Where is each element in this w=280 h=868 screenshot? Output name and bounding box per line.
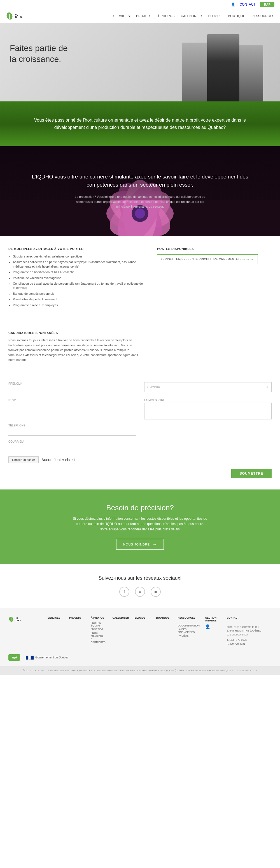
contact-link[interactable]: CONTACT xyxy=(240,2,256,6)
courriel-group: COURRIEL* xyxy=(8,440,136,452)
hero-heading: Faites partie de la croissance. xyxy=(10,42,68,64)
greenery-text: Vous êtes passionné de l'horticulture or… xyxy=(23,117,257,131)
cta-text: Si vous désirez plus d'information conce… xyxy=(73,516,207,532)
telephone-input[interactable] xyxy=(8,428,136,436)
prenom-label: PRÉNOM* xyxy=(8,382,136,385)
footer-contact-col: CONTACT 3030, RUE SICOTTE, E-101 SAINT-H… xyxy=(227,616,272,646)
footer-nav-projets-title: PROJETS xyxy=(69,616,85,619)
footer-link[interactable]: / AIDES FINANCIÈRES xyxy=(178,628,200,633)
main-navigation: IQ DHO SERVICES PROJETS À PROPOS CALENDR… xyxy=(0,9,280,23)
hero-section: Faites partie de la croissance. xyxy=(0,23,280,101)
footer-nav-blogue-title: BLOGUE xyxy=(134,616,150,619)
footer-contact-phone1: T. (450) 773-0676 xyxy=(227,638,272,642)
footer-link[interactable]: / VIDÉOS xyxy=(178,634,200,637)
telephone-group: tElephone xyxy=(8,424,136,436)
rap-button[interactable]: RAP xyxy=(260,2,274,7)
footer-nav-boutique-title: BOUTIQUE xyxy=(156,616,172,619)
footer-logo: IQDHO xyxy=(8,616,42,622)
submit-button[interactable]: SOUMETTRE xyxy=(231,469,272,478)
logo[interactable]: IQ DHO xyxy=(6,12,23,20)
nous-joindre-label: NOUS JOINDRE xyxy=(123,543,150,546)
courriel-input[interactable] xyxy=(8,444,136,452)
list-item: Programme d'aide aux employés xyxy=(13,303,146,307)
quebec-flag xyxy=(26,656,34,659)
choisir-placeholder: CHOISIR... xyxy=(147,385,163,389)
nav-ressources[interactable]: RESSOURCES xyxy=(251,14,274,18)
footer-logos: agri Gouvernement du Québec xyxy=(0,654,280,666)
cta-heading: Besoin de précision? xyxy=(8,503,272,512)
cta-arrow-icon: → xyxy=(152,542,157,547)
positions-title: POSTES DISPONIBLES xyxy=(157,247,272,250)
svg-point-11 xyxy=(135,209,145,219)
prenom-group: PRÉNOM* xyxy=(8,382,136,394)
footer-nav-projets: PROJETS xyxy=(69,616,85,646)
nav-projets[interactable]: PROJETS xyxy=(136,14,151,18)
footer-contact-address: 3030, RUE SICOTTE, E-101 SAINT-HYACINTHE… xyxy=(227,621,272,637)
nom-label: NOM* xyxy=(8,398,136,402)
submit-row: SOUMETTRE xyxy=(8,469,272,478)
list-item: Possibilités de perfectionnement xyxy=(13,297,146,302)
footer-nav-boutique: BOUTIQUE xyxy=(156,616,172,646)
choisir-select[interactable]: CHOISIR... + xyxy=(144,382,272,392)
footer-nav-cols: SERVICES PROJETS À PROPOS / NOTRE ÉQUIPE… xyxy=(47,616,221,646)
footer-nav-section-membre-title: SECTION MEMBRE xyxy=(205,616,221,622)
linkedin-icon[interactable]: in xyxy=(151,587,161,597)
prenom-input[interactable] xyxy=(8,386,136,394)
footer-nav-calendrier-title: CALENDRIER xyxy=(112,616,129,619)
footer-main: IQDHO SERVICES PROJETS À PROPOS / NOTRE … xyxy=(0,608,280,654)
advantages-positions-section: DE MULTIPLES AVANTAGES À VOTRE PORTÉE! S… xyxy=(0,236,280,320)
form-row-3: tElephone xyxy=(8,424,272,436)
footer-copyright: © 2021. TOUS DROITS RÉSERVÉS. INSTITUT Q… xyxy=(23,669,257,672)
candidatures-text: Nous sommes toujours intéressés à trouve… xyxy=(8,338,143,363)
nav-blogue[interactable]: BLOGUE xyxy=(208,14,222,18)
nav-services[interactable]: SERVICES xyxy=(113,14,130,18)
instagram-icon[interactable]: ◉ xyxy=(135,587,145,597)
footer-link[interactable]: / CARRIÈRES xyxy=(91,638,107,644)
list-item: Structure avec des échelles salariales c… xyxy=(13,254,146,258)
nav-calendrier[interactable]: CALENDRIER xyxy=(181,14,202,18)
nav-apropos[interactable]: À PROPOS xyxy=(158,14,174,18)
positions-column: POSTES DISPONIBLES CONSEILLER(ÈRE) EN SE… xyxy=(157,247,272,309)
telephone-label: tElephone xyxy=(8,424,136,427)
nav-boutique[interactable]: BOUTIQUE xyxy=(228,14,245,18)
social-icons: f ◉ in xyxy=(8,587,272,597)
logo-icon xyxy=(6,12,13,20)
candidatures-title: CANDIDATURES SPONTANÉES xyxy=(8,331,272,335)
footer-nav-ressources-title: RESSOURCES xyxy=(178,616,200,619)
footer-nav-apropos-title: À PROPOS xyxy=(91,616,107,619)
commentaire-label: COMMENTAIRE xyxy=(144,398,272,402)
candidatures-section: CANDIDATURES SPONTANÉES Nous sommes touj… xyxy=(0,320,280,382)
spacer-group xyxy=(144,424,272,436)
file-button[interactable]: Choisir un fichier xyxy=(8,457,39,463)
hero-people xyxy=(182,34,263,101)
flower-sub-text: La proposition? Vous joindre à une équip… xyxy=(70,194,210,209)
facebook-icon[interactable]: f xyxy=(119,587,129,597)
position-button[interactable]: CONSEILLER(ÈRE) EN SERRICULTURE ORNEMENT… xyxy=(157,254,258,264)
nav-links: SERVICES PROJETS À PROPOS CALENDRIER BLO… xyxy=(113,14,274,18)
footer-link[interactable]: / NOS MEMBRES xyxy=(91,631,107,637)
file-none-label: Aucun fichier choisi xyxy=(41,458,75,462)
footer-contact-title: CONTACT xyxy=(227,616,272,619)
footer-link[interactable]: / NOTRE ÉQUIPE xyxy=(91,621,107,627)
social-section: Suivez-nous sur les réseaux sociaux! f ◉… xyxy=(0,564,280,608)
footer-nav-calendrier: CALENDRIER xyxy=(112,616,129,646)
commentaire-textarea[interactable] xyxy=(144,403,272,420)
agri-badge: agri xyxy=(8,654,20,661)
list-item: Conciliation du travail avec la vie pers… xyxy=(13,282,146,290)
footer-nav-apropos: À PROPOS / NOTRE ÉQUIPE / NOTRE-2 / NOS … xyxy=(91,616,107,646)
courriel-label: COURRIEL* xyxy=(8,440,136,443)
list-item: Programme de bonification et REER collec… xyxy=(13,270,146,274)
spacer-group-2 xyxy=(144,440,272,452)
advantages-column: DE MULTIPLES AVANTAGES À VOTRE PORTÉE! S… xyxy=(8,247,146,309)
footer-link[interactable]: / NOTRE-2 xyxy=(91,628,107,631)
plus-icon: + xyxy=(266,385,269,390)
list-item: Politique de vacances avantageuse xyxy=(13,276,146,280)
footer-logo-icon xyxy=(8,616,14,622)
arrow-icon: →→→ xyxy=(242,257,254,261)
nom-input[interactable] xyxy=(8,403,136,410)
form-row-1: PRÉNOM* CHOISIR... + xyxy=(8,382,272,394)
flower-section: L'IQDHO vous offre une carrière stimulan… xyxy=(0,146,280,236)
quebec-badge: Gouvernement du Québec xyxy=(26,656,68,659)
nous-joindre-button[interactable]: NOUS JOINDRE → xyxy=(116,539,164,550)
footer-link[interactable]: / DOCUMENTATION xyxy=(178,621,200,627)
